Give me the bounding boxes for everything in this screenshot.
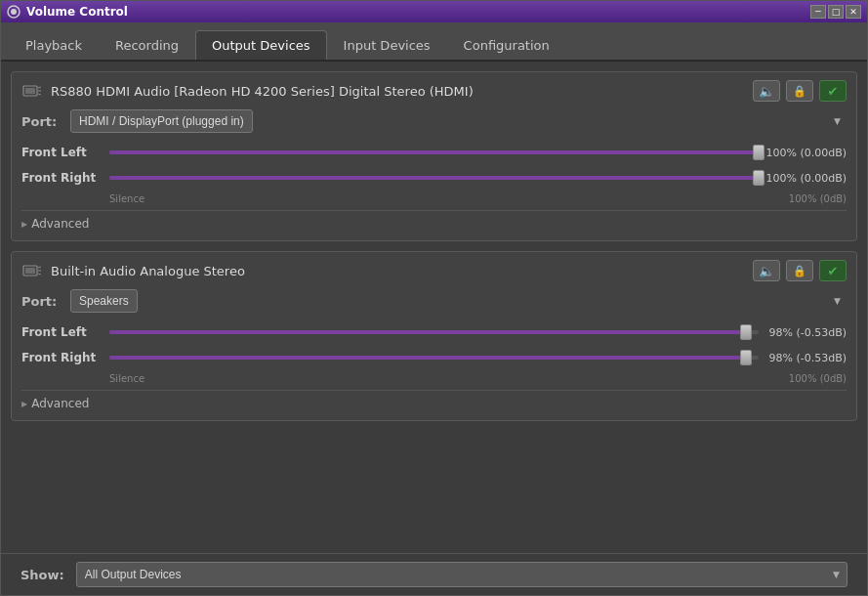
device-builtin-advanced-arrow: ▶ (21, 400, 27, 408)
device-builtin-frontleft-slider[interactable] (109, 322, 759, 342)
device-hdmi-separator (21, 210, 847, 211)
device-hdmi-check-button[interactable]: ✔ (819, 80, 847, 102)
device-builtin-frontright-label: Front Right (21, 351, 109, 364)
device-hdmi-frontright-slider[interactable] (109, 168, 759, 188)
minimize-button[interactable]: ─ (810, 5, 826, 19)
device-builtin-check-button[interactable]: ✔ (819, 260, 847, 281)
device-builtin-scale: Silence 100% (0dB) (109, 373, 847, 384)
device-hdmi-scale: Silence 100% (0dB) (109, 193, 847, 204)
device-builtin-name: Built-in Audio Analogue Stereo (51, 264, 245, 278)
device-hdmi-port-label: Port: (21, 114, 61, 129)
device-hdmi-frontright-row: Front Right 100% (0.00dB) (21, 168, 847, 188)
audio-device-icon-2 (22, 263, 42, 278)
audio-device-icon (22, 83, 42, 99)
device-builtin-block: Built-in Audio Analogue Stereo 🔈 🔒 ✔ Por… (11, 251, 857, 421)
device-hdmi-name: RS880 HDMI Audio [Radeon HD 4200 Series]… (51, 84, 474, 99)
device-builtin-name-row: Built-in Audio Analogue Stereo (21, 262, 245, 279)
device-hdmi-name-row: RS880 HDMI Audio [Radeon HD 4200 Series]… (21, 82, 474, 100)
device-hdmi-icon (21, 82, 43, 100)
device-builtin-frontright-track (109, 356, 759, 360)
device-builtin-controls: 🔈 🔒 ✔ (753, 260, 847, 281)
device-hdmi-frontleft-row: Front Left 100% (0.00dB) (21, 143, 847, 162)
device-builtin-port-row: Port: Speakers (21, 289, 847, 313)
device-hdmi-scale-right: 100% (0dB) (789, 193, 847, 204)
device-hdmi-controls: 🔈 🔒 ✔ (753, 80, 847, 102)
device-hdmi-advanced-toggle[interactable]: ▶ Advanced (21, 217, 847, 231)
device-builtin-frontright-fill (109, 356, 746, 360)
tab-input-devices[interactable]: Input Devices (327, 30, 447, 60)
device-builtin-icon (21, 262, 43, 279)
device-builtin-lock-button[interactable]: 🔒 (786, 260, 813, 281)
device-builtin-port-select[interactable]: Speakers (70, 289, 138, 313)
svg-rect-3 (25, 88, 35, 94)
device-hdmi-port-select-wrap: HDMI / DisplayPort (plugged in) (70, 109, 847, 133)
device-builtin-scale-right: 100% (0dB) (789, 373, 847, 384)
device-builtin-frontleft-thumb[interactable] (740, 324, 752, 340)
titlebar: Volume Control ─ □ ✕ (1, 1, 867, 22)
titlebar-controls: ─ □ ✕ (810, 5, 861, 19)
device-builtin-frontleft-track (109, 330, 759, 334)
device-builtin-port-select-wrap: Speakers (70, 289, 847, 313)
window-title: Volume Control (26, 5, 128, 19)
tab-recording[interactable]: Recording (99, 30, 195, 60)
svg-line-4 (38, 87, 41, 88)
device-hdmi-port-select[interactable]: HDMI / DisplayPort (plugged in) (70, 109, 253, 133)
svg-point-1 (11, 9, 17, 15)
tab-output-devices[interactable]: Output Devices (195, 30, 327, 60)
device-hdmi-frontright-fill (109, 176, 759, 180)
show-select-wrap: All Output Devices Hardware Output Devic… (76, 562, 847, 587)
device-builtin-port-label: Port: (21, 294, 61, 309)
titlebar-title: Volume Control (7, 5, 128, 19)
device-builtin-frontleft-value: 98% (-0.53dB) (759, 326, 847, 339)
device-hdmi-scale-left: Silence (109, 193, 145, 204)
svg-line-11 (38, 274, 41, 275)
device-hdmi-frontright-track (109, 176, 759, 180)
device-hdmi-frontleft-slider[interactable] (109, 143, 759, 162)
device-hdmi-lock-button[interactable]: 🔒 (786, 80, 813, 102)
maximize-button[interactable]: □ (828, 5, 844, 19)
device-hdmi-frontleft-thumb[interactable] (753, 145, 765, 160)
device-builtin-scale-left: Silence (109, 373, 145, 384)
device-builtin-frontleft-row: Front Left 98% (-0.53dB) (21, 322, 847, 342)
tab-playback[interactable]: Playback (9, 30, 99, 60)
device-hdmi-advanced-arrow: ▶ (21, 220, 27, 229)
device-hdmi-header: RS880 HDMI Audio [Radeon HD 4200 Series]… (21, 80, 847, 102)
main-window: Volume Control ─ □ ✕ Playback Recording … (0, 0, 868, 596)
device-builtin-header: Built-in Audio Analogue Stereo 🔈 🔒 ✔ (21, 260, 847, 281)
device-hdmi-frontleft-label: Front Left (21, 146, 109, 159)
show-label: Show: (21, 568, 64, 582)
device-hdmi-frontleft-value: 100% (0.00dB) (759, 147, 847, 159)
show-select[interactable]: All Output Devices Hardware Output Devic… (76, 562, 847, 587)
device-builtin-frontright-value: 98% (-0.53dB) (759, 352, 847, 364)
app-icon (7, 5, 21, 19)
device-builtin-frontleft-label: Front Left (21, 325, 109, 339)
devices-scroll[interactable]: RS880 HDMI Audio [Radeon HD 4200 Series]… (1, 62, 867, 553)
content-area: RS880 HDMI Audio [Radeon HD 4200 Series]… (1, 62, 867, 553)
svg-rect-8 (25, 268, 35, 274)
device-builtin-frontleft-fill (109, 330, 746, 334)
svg-line-9 (38, 267, 41, 268)
device-builtin-advanced-label: Advanced (31, 397, 89, 410)
bottom-bar: Show: All Output Devices Hardware Output… (1, 553, 867, 595)
device-hdmi-block: RS880 HDMI Audio [Radeon HD 4200 Series]… (11, 71, 857, 241)
device-hdmi-frontright-thumb[interactable] (753, 170, 765, 186)
device-builtin-frontright-thumb[interactable] (740, 350, 752, 365)
device-hdmi-frontleft-track (109, 150, 759, 154)
device-builtin-separator (21, 390, 847, 391)
tab-configuration[interactable]: Configuration (447, 30, 566, 60)
device-builtin-advanced-toggle[interactable]: ▶ Advanced (21, 397, 847, 410)
close-button[interactable]: ✕ (846, 5, 861, 19)
device-builtin-frontright-row: Front Right 98% (-0.53dB) (21, 348, 847, 367)
device-hdmi-mute-button[interactable]: 🔈 (753, 80, 780, 102)
tabs-bar: Playback Recording Output Devices Input … (1, 22, 867, 62)
device-builtin-mute-button[interactable]: 🔈 (753, 260, 780, 281)
svg-line-6 (38, 94, 41, 95)
device-builtin-frontright-slider[interactable] (109, 348, 759, 367)
device-hdmi-advanced-label: Advanced (31, 217, 89, 231)
device-hdmi-port-row: Port: HDMI / DisplayPort (plugged in) (21, 109, 847, 133)
device-hdmi-frontright-value: 100% (0.00dB) (759, 172, 847, 185)
device-hdmi-frontleft-fill (109, 150, 759, 154)
device-hdmi-frontright-label: Front Right (21, 171, 109, 185)
